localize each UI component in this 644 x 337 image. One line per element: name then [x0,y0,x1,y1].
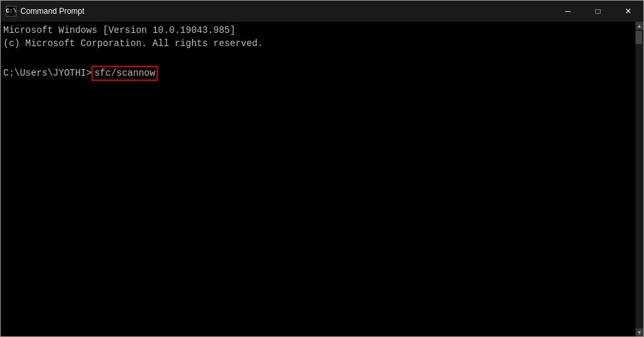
minimize-button[interactable]: ─ [553,1,583,22]
close-button[interactable]: ✕ [613,1,643,22]
terminal-line-1: Microsoft Windows [Version 10.0.19043.98… [3,24,626,38]
scrollbar-down-arrow[interactable]: ▼ [635,328,643,336]
title-bar-left: C:\ Command Prompt [6,6,84,16]
terminal-line-blank [3,50,626,63]
maximize-button[interactable]: □ [583,1,613,22]
scrollbar[interactable]: ▲ ▼ [635,22,643,336]
scrollbar-up-arrow[interactable]: ▲ [635,22,643,30]
title-bar-controls: ─ □ ✕ [553,1,643,22]
terminal-line-2: (c) Microsoft Corporation. All rights re… [3,38,626,51]
terminal-area[interactable]: Microsoft Windows [Version 10.0.19043.98… [1,22,643,336]
cmd-icon: C:\ [6,6,16,16]
window-title: Command Prompt [20,7,84,16]
scrollbar-thumb[interactable] [635,31,642,44]
terminal-content: Microsoft Windows [Version 10.0.19043.98… [1,22,635,84]
command-highlighted: sfc/scannow [91,66,157,82]
title-bar: C:\ Command Prompt ─ □ ✕ [1,1,643,22]
prompt: C:\Users\JYOTHI> [3,67,91,80]
window: C:\ Command Prompt ─ □ ✕ Microsoft Windo… [0,0,644,337]
command-line: C:\Users\JYOTHI>sfc/scannow [3,66,626,82]
